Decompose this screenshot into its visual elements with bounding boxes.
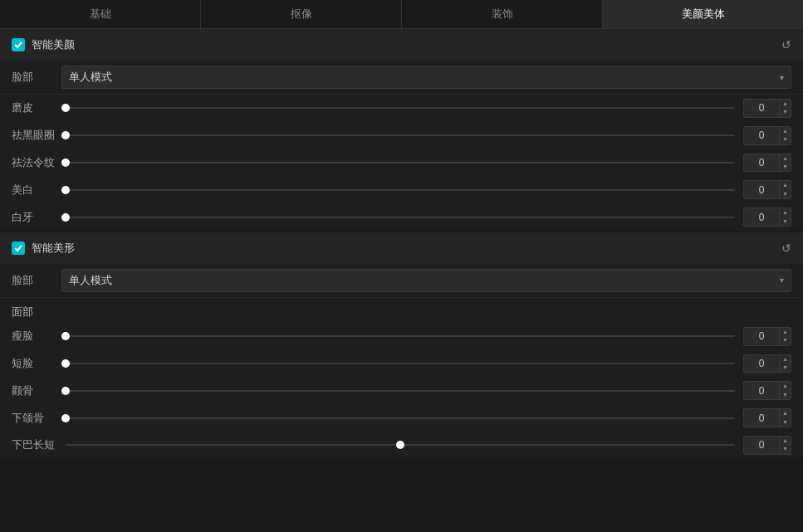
decrement-icon[interactable]: ▼	[780, 135, 791, 144]
decrement-icon[interactable]: ▼	[780, 190, 791, 198]
decrement-icon[interactable]: ▼	[780, 418, 791, 427]
beauty-body-header: 智能美形 ↺	[0, 232, 803, 264]
tab-layout[interactable]: 装饰	[402, 0, 603, 28]
increment-icon[interactable]: ▲	[780, 437, 791, 445]
beauty-body-mode-value: 单人模式	[69, 273, 112, 288]
slider-mopi: 磨皮 0 ▲ ▼	[0, 95, 803, 122]
slider-xiagu-value: 0	[744, 383, 779, 399]
beauty-body-face-row: 脸部 单人模式 ▾	[0, 264, 803, 298]
slider-xiagu: 颧骨 0 ▲ ▼	[0, 377, 803, 404]
slider-mopi-thumb[interactable]	[61, 104, 70, 112]
slider-shoumei-thumb[interactable]	[61, 332, 70, 340]
beauty-face-reset-icon[interactable]: ↺	[781, 38, 791, 51]
slider-meibai-label: 美白	[12, 183, 57, 198]
beauty-face-face-row: 脸部 单人模式 ▾	[0, 61, 803, 95]
increment-icon[interactable]: ▲	[780, 208, 791, 217]
slider-zhuheiyanquan-label: 祛黑眼圈	[12, 128, 57, 143]
increment-icon[interactable]: ▲	[780, 355, 791, 364]
slider-baiyan-value: 0	[744, 209, 779, 226]
slider-xiagu-thumb[interactable]	[61, 387, 70, 395]
beauty-face-checkbox[interactable]	[12, 38, 25, 51]
slider-zhuheiyanquan-number[interactable]: 0 ▲ ▼	[743, 126, 791, 145]
slider-baiyan-thumb[interactable]	[61, 213, 70, 222]
decrement-icon[interactable]: ▼	[780, 445, 791, 453]
beauty-face-mode-dropdown[interactable]: 单人模式 ▾	[61, 66, 791, 89]
slider-xiabachang-value: 0	[744, 437, 779, 453]
slider-zhuheiyanquan-track[interactable]	[66, 127, 735, 144]
beauty-face-mode-value: 单人模式	[69, 70, 112, 85]
decrement-icon[interactable]: ▼	[780, 108, 791, 116]
slider-falingwen-label: 祛法令纹	[12, 155, 57, 170]
slider-duanlian-thumb[interactable]	[61, 359, 70, 368]
slider-xiagu-track[interactable]	[66, 383, 735, 399]
slider-mopi-track[interactable]	[66, 100, 735, 116]
slider-xiabachang-track[interactable]	[66, 437, 735, 453]
slider-xiabachang-number[interactable]: 0 ▲ ▼	[743, 436, 791, 455]
beauty-body-sub-label: 面部	[0, 298, 803, 323]
decrement-icon[interactable]: ▼	[780, 364, 791, 372]
slider-baiyan-number[interactable]: 0 ▲ ▼	[743, 207, 791, 227]
decrement-icon[interactable]: ▼	[780, 163, 791, 171]
slider-duanlian-value: 0	[744, 355, 779, 372]
content-area: 智能美颜 ↺ 脸部 单人模式 ▾ 磨皮 0 ▲ ▼	[0, 29, 803, 459]
slider-zhuheiyanquan-value: 0	[744, 127, 779, 144]
increment-icon[interactable]: ▲	[780, 100, 791, 108]
slider-meibai-value: 0	[744, 182, 779, 198]
chevron-down-icon: ▾	[780, 73, 784, 82]
decrement-icon[interactable]: ▼	[780, 336, 791, 344]
beauty-body-mode-dropdown[interactable]: 单人模式 ▾	[61, 269, 791, 292]
slider-xiahan-value: 0	[744, 410, 779, 427]
slider-xiahan-label: 下颌骨	[12, 411, 57, 426]
beauty-face-face-label: 脸部	[12, 70, 61, 85]
slider-mopi-value: 0	[744, 100, 779, 116]
slider-meibai-track[interactable]	[66, 182, 735, 198]
decrement-icon[interactable]: ▼	[780, 391, 791, 399]
slider-falingwen: 祛法令纹 0 ▲ ▼	[0, 149, 803, 177]
beauty-face-section: 智能美颜 ↺ 脸部 单人模式 ▾ 磨皮 0 ▲ ▼	[0, 29, 803, 231]
slider-meibai-number[interactable]: 0 ▲ ▼	[743, 180, 791, 199]
tab-portrait[interactable]: 抠像	[201, 0, 402, 28]
increment-icon[interactable]: ▲	[780, 382, 791, 390]
slider-xiabachang-thumb[interactable]	[396, 441, 404, 449]
slider-xiahan-thumb[interactable]	[61, 414, 70, 422]
slider-zhuheiyanquan-thumb[interactable]	[61, 131, 70, 139]
slider-falingwen-track[interactable]	[66, 154, 735, 171]
increment-icon[interactable]: ▲	[780, 154, 791, 163]
slider-falingwen-value: 0	[744, 154, 779, 171]
increment-icon[interactable]: ▲	[780, 127, 791, 135]
slider-shoumei-track[interactable]	[66, 328, 735, 344]
slider-shoumei-number[interactable]: 0 ▲ ▼	[743, 327, 791, 346]
slider-duanlian: 短脸 0 ▲ ▼	[0, 350, 803, 378]
slider-duanlian-track[interactable]	[66, 355, 735, 372]
slider-shoumei-label: 瘦脸	[12, 329, 57, 344]
slider-xiahan-number[interactable]: 0 ▲ ▼	[743, 408, 791, 427]
beauty-body-reset-icon[interactable]: ↺	[781, 242, 791, 255]
slider-baiyan: 白牙 0 ▲ ▼	[0, 203, 803, 231]
slider-meibai: 美白 0 ▲ ▼	[0, 176, 803, 203]
increment-icon[interactable]: ▲	[780, 181, 791, 189]
slider-xiabachang: 下巴长短 0 ▲ ▼	[0, 432, 803, 459]
beauty-face-header: 智能美颜 ↺	[0, 29, 803, 61]
beauty-body-checkbox[interactable]	[12, 242, 25, 255]
slider-xiagu-label: 颧骨	[12, 383, 57, 398]
tab-beauty[interactable]: 美颜美体	[603, 0, 803, 28]
slider-meibai-thumb[interactable]	[61, 186, 70, 194]
tab-basic[interactable]: 基础	[0, 0, 201, 28]
beauty-body-title: 智能美形	[32, 241, 75, 256]
slider-duanlian-label: 短脸	[12, 356, 57, 371]
increment-icon[interactable]: ▲	[780, 409, 791, 417]
slider-xiahan-track[interactable]	[66, 410, 735, 427]
beauty-body-face-label: 脸部	[12, 273, 61, 288]
beauty-body-section: 智能美形 ↺ 脸部 单人模式 ▾ 面部 瘦脸 0 ▲	[0, 232, 803, 459]
slider-falingwen-number[interactable]: 0 ▲ ▼	[743, 154, 791, 173]
slider-falingwen-thumb[interactable]	[61, 159, 70, 167]
slider-mopi-number[interactable]: 0 ▲ ▼	[743, 99, 791, 118]
slider-baiyan-track[interactable]	[66, 209, 735, 226]
slider-shoumei-value: 0	[744, 328, 779, 344]
slider-xiahan: 下颌骨 0 ▲ ▼	[0, 404, 803, 432]
slider-duanlian-number[interactable]: 0 ▲ ▼	[743, 354, 791, 373]
chevron-down-icon: ▾	[780, 276, 784, 285]
decrement-icon[interactable]: ▼	[780, 217, 791, 226]
increment-icon[interactable]: ▲	[780, 328, 791, 336]
slider-xiagu-number[interactable]: 0 ▲ ▼	[743, 381, 791, 400]
